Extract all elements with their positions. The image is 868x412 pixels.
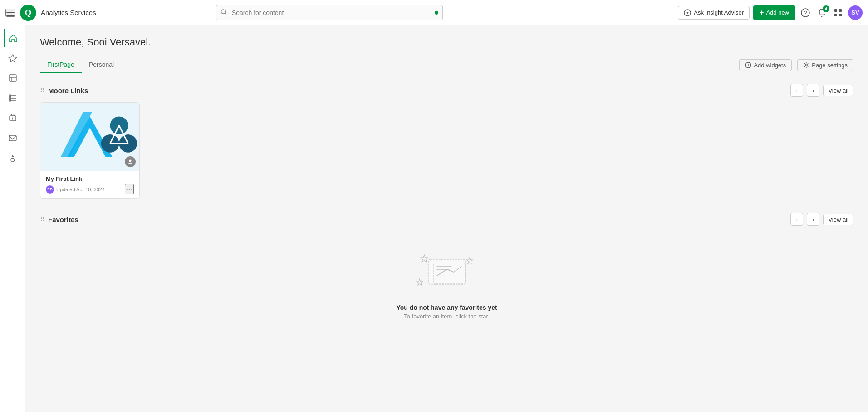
card-updated-date: Updated Apr 10, 2024 (56, 187, 105, 192)
moore-links-next-button[interactable]: › (807, 84, 819, 97)
svg-rect-12 (839, 9, 842, 12)
sidebar (0, 25, 25, 412)
svg-text:Q: Q (25, 8, 31, 17)
sidebar-item-collections[interactable] (4, 89, 22, 107)
sidebar-item-catalog[interactable] (4, 69, 22, 87)
favorites-section: ⠿ Favorites ‹ › View all (40, 213, 853, 329)
card-my-first-link[interactable]: My First Link RB Updated Apr 10, 2024 ⋯ (40, 102, 140, 199)
welcome-title: Welcome, Sooi Versavel. (40, 36, 853, 48)
svg-rect-24 (9, 135, 16, 141)
moore-links-view-all[interactable]: View all (823, 85, 853, 96)
svg-rect-11 (834, 9, 837, 12)
card-owner-initials: RB (47, 187, 53, 191)
card-meta-left: RB Updated Apr 10, 2024 (46, 185, 105, 194)
sidebar-item-home[interactable] (4, 29, 22, 47)
tab-firstpage[interactable]: FirstPage (40, 57, 82, 73)
insight-advisor-button[interactable]: Ask Insight Advisor (678, 6, 750, 20)
user-avatar[interactable]: SV (848, 5, 863, 20)
help-button[interactable]: ? (799, 6, 812, 19)
svg-point-8 (687, 12, 688, 14)
favorites-view-all[interactable]: View all (823, 214, 853, 225)
add-new-label: Add new (766, 9, 789, 16)
add-widgets-label: Add widgets (754, 62, 786, 69)
page-settings-button[interactable]: Page settings (797, 59, 853, 71)
drag-icon: ⠿ (40, 87, 44, 94)
svg-rect-13 (834, 14, 837, 16)
add-icon: + (760, 9, 764, 17)
moore-links-section: ⠿ Moore Links ‹ › View all (40, 84, 853, 199)
favorites-header: ⠿ Favorites ‹ › View all (40, 213, 853, 226)
svg-rect-16 (9, 75, 16, 81)
moore-links-cards: My First Link RB Updated Apr 10, 2024 ⋯ (40, 102, 853, 199)
favorites-next-button[interactable]: › (807, 213, 819, 226)
favorites-nav: ‹ › View all (790, 213, 853, 226)
favorites-prev-button[interactable]: ‹ (790, 213, 803, 226)
main-content: Welcome, Sooi Versavel. FirstPage Person… (25, 25, 868, 412)
tab-actions: Add widgets Page settings (739, 59, 853, 71)
notifications-button[interactable]: 4 (815, 6, 828, 19)
topnav-right: Ask Insight Advisor + Add new ? 4 (678, 5, 863, 20)
topnav: Q Analytics Services Ask Insight Advisor… (0, 0, 868, 25)
app-title: Analytics Services (41, 9, 96, 16)
add-new-button[interactable]: + Add new (753, 5, 795, 20)
svg-marker-15 (9, 55, 16, 62)
sidebar-item-alerts[interactable] (4, 109, 22, 127)
hamburger-menu[interactable] (5, 9, 15, 17)
svg-marker-50 (466, 258, 473, 264)
page-settings-label: Page settings (812, 62, 848, 69)
favorites-illustration (411, 249, 483, 297)
svg-line-6 (225, 13, 226, 15)
svg-point-25 (11, 158, 15, 162)
favorites-drag-icon: ⠿ (40, 216, 44, 223)
topnav-left: Q Analytics Services (5, 5, 96, 21)
search-status-dot (435, 11, 438, 15)
card-owner-avatar: RB (46, 185, 54, 194)
card-body: My First Link RB Updated Apr 10, 2024 ⋯ (40, 171, 139, 198)
svg-point-30 (805, 64, 808, 66)
qlik-logo: Q (20, 5, 36, 21)
svg-rect-2 (6, 15, 15, 16)
svg-text:?: ? (804, 10, 807, 16)
card-thumbnail (40, 103, 139, 171)
favorites-empty-sub: To favorite an item, click the star. (404, 313, 490, 320)
svg-marker-49 (421, 255, 428, 262)
card-meta: RB Updated Apr 10, 2024 ⋯ (46, 184, 134, 194)
layout: Welcome, Sooi Versavel. FirstPage Person… (0, 25, 868, 412)
apps-button[interactable] (832, 6, 844, 19)
svg-rect-1 (6, 12, 15, 13)
favorites-empty-state: You do not have any favorites yet To fav… (40, 231, 853, 329)
moore-links-nav: ‹ › View all (790, 84, 853, 97)
search-icon (221, 9, 227, 16)
insight-advisor-label: Ask Insight Advisor (694, 9, 744, 16)
svg-rect-43 (433, 263, 465, 283)
card-more-button[interactable]: ⋯ (125, 184, 134, 194)
sidebar-item-automations[interactable] (4, 149, 22, 167)
svg-rect-0 (6, 10, 15, 10)
notification-badge: 4 (823, 5, 829, 12)
search-bar (216, 5, 443, 20)
card-title: My First Link (46, 175, 134, 182)
moore-links-prev-button[interactable]: ‹ (790, 84, 803, 97)
card-user-badge (125, 156, 136, 167)
tabs-row: FirstPage Personal Add widgets (40, 57, 853, 73)
add-widgets-button[interactable]: Add widgets (739, 59, 792, 71)
favorites-empty-text: You do not have any favorites yet (396, 304, 497, 311)
favorites-title: Favorites (48, 216, 790, 223)
svg-point-41 (129, 160, 132, 162)
moore-links-header: ⠿ Moore Links ‹ › View all (40, 84, 853, 97)
moore-links-title: Moore Links (48, 87, 790, 94)
svg-marker-51 (417, 279, 423, 285)
sidebar-item-starred[interactable] (4, 49, 22, 67)
svg-rect-14 (839, 14, 842, 16)
search-input[interactable] (216, 5, 443, 20)
tab-personal[interactable]: Personal (82, 57, 121, 73)
sidebar-item-subscriptions[interactable] (4, 129, 22, 147)
